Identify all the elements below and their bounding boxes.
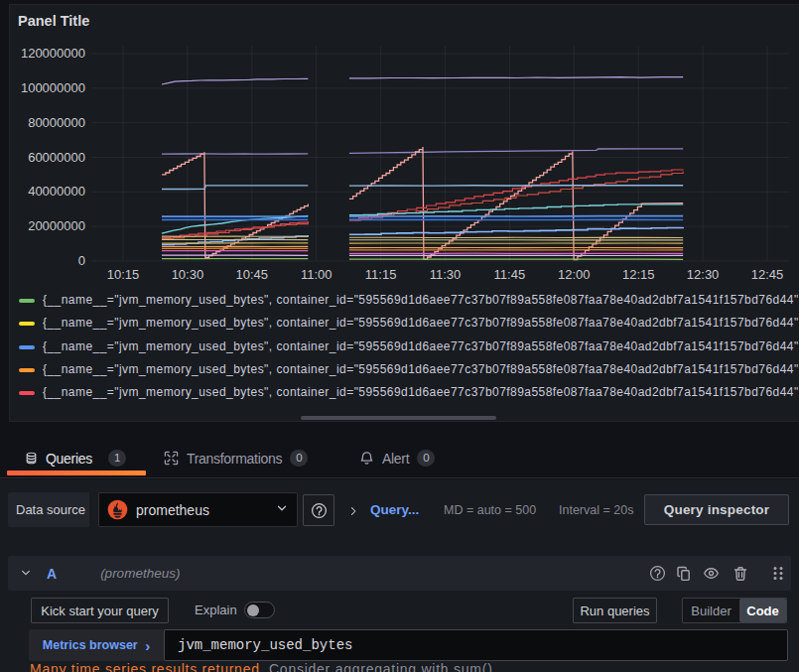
svg-text:80000000: 80000000 [28,115,85,130]
svg-text:12:30: 12:30 [687,267,720,282]
svg-text:11:15: 11:15 [365,267,397,282]
svg-text:12:45: 12:45 [751,267,784,282]
svg-text:60000000: 60000000 [28,150,85,165]
svg-text:20000000: 20000000 [28,218,85,233]
svg-text:12:00: 12:00 [558,267,591,282]
svg-text:40000000: 40000000 [28,184,85,199]
svg-text:12:15: 12:15 [622,267,655,282]
svg-text:11:45: 11:45 [494,267,526,282]
svg-text:100000000: 100000000 [21,80,85,95]
svg-text:0: 0 [78,253,85,268]
svg-text:11:00: 11:00 [301,267,333,282]
svg-text:10:15: 10:15 [107,267,140,282]
svg-text:10:45: 10:45 [236,267,269,282]
svg-text:10:30: 10:30 [172,267,204,282]
svg-text:120000000: 120000000 [21,46,85,61]
svg-text:11:30: 11:30 [430,267,462,282]
